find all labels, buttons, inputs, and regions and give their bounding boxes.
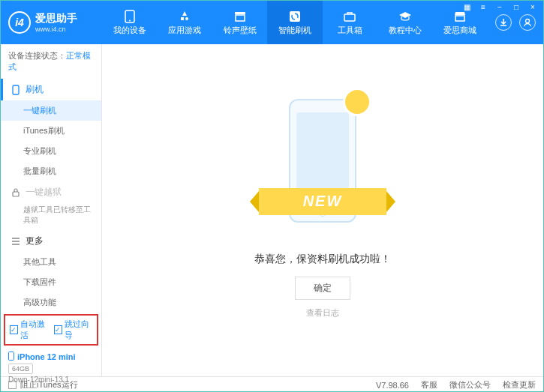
nav-label: 智能刷机 [278,25,311,36]
sidebar-section-more[interactable]: 更多 [1,230,101,252]
sidebar-item-firmware[interactable]: 下载固件 [1,272,101,292]
user-button[interactable] [519,14,536,31]
svg-rect-9 [13,192,19,196]
connection-status: 设备连接状态：正常模式 [1,44,101,79]
phone-small-icon [11,85,21,95]
menu-icon[interactable]: ▦ [460,1,473,12]
nav-label: 应用游戏 [168,25,201,36]
phone-illustration: NEW [274,88,371,238]
sidebar-item-other[interactable]: 其他工具 [1,252,101,272]
jailbreak-note: 越狱工具已转移至工具箱 [1,203,101,230]
wechat-link[interactable]: 微信公众号 [449,379,491,391]
section-title: 更多 [26,235,44,247]
new-ribbon: NEW [259,188,386,215]
sidebar-item-batch[interactable]: 批量刷机 [1,161,101,181]
graduation-icon [398,10,412,23]
checkbox-skip-guide[interactable]: ✓跳过向导 [54,319,92,341]
svg-rect-8 [13,85,19,94]
section-title: 刷机 [26,83,44,96]
svg-point-1 [129,19,131,21]
phone-icon [123,10,137,23]
minimize-icon[interactable]: − [493,1,506,12]
refresh-icon [288,10,302,23]
nav-my-device[interactable]: 我的设备 [102,1,157,44]
sidebar-item-pro[interactable]: 专业刷机 [1,141,101,161]
nav-label: 工具箱 [338,25,362,36]
section-title: 一键越狱 [26,186,62,199]
nav-label: 教程中心 [389,25,422,36]
menu2-icon[interactable]: ≡ [476,1,490,12]
sidebar-item-advanced[interactable]: 高级功能 [1,292,101,313]
sidebar-section-flash[interactable]: 刷机 [1,79,101,100]
nav-label: 我的设备 [113,25,146,36]
archive-icon [233,10,247,23]
nav-ringtones[interactable]: 铃声壁纸 [212,1,267,44]
checkbox-auto-activate[interactable]: ✓自动激活 [10,319,48,341]
nav-toolbox[interactable]: 工具箱 [323,1,377,44]
lock-icon [11,187,21,198]
status-label: 设备连接状态： [8,51,66,60]
device-name-label: iPhone 12 mini [17,352,76,361]
nav-tutorial[interactable]: 教程中心 [377,1,432,44]
nav-flash[interactable]: 智能刷机 [267,1,322,44]
nav-label: 爱思商城 [443,25,476,36]
logo[interactable]: i4 爱思助手 www.i4.cn [1,1,102,44]
svg-rect-4 [290,11,300,22]
nav-label: 铃声壁纸 [224,25,257,36]
download-button[interactable] [495,14,512,31]
checkbox-block-itunes[interactable]: 阻止iTunes运行 [8,379,78,391]
svg-rect-3 [236,15,245,21]
sidebar-item-itunes[interactable]: iTunes刷机 [1,121,101,141]
svg-rect-2 [235,12,245,14]
toolbox-icon [343,10,356,23]
badge-icon [343,88,371,116]
checkbox-highlight: ✓自动激活 ✓跳过向导 [4,314,98,346]
close-icon[interactable]: × [526,1,539,12]
apps-icon [178,10,191,23]
update-link[interactable]: 检查更新 [503,379,536,391]
svg-rect-5 [344,14,355,21]
success-message: 恭喜您，保资料刷机成功啦！ [254,253,391,266]
main-content: NEW 恭喜您，保资料刷机成功啦！ 确定 查看日志 [102,44,543,376]
app-title: 爱思助手 [35,12,77,25]
logo-icon: i4 [8,11,31,34]
more-icon [11,236,21,247]
sidebar-item-oneclick[interactable]: 一键刷机 [1,100,101,121]
confirm-button[interactable]: 确定 [295,277,350,300]
nav-apps[interactable]: 应用游戏 [157,1,212,44]
device-phone-icon [8,352,14,362]
svg-rect-10 [9,352,14,361]
svg-rect-6 [455,16,464,21]
service-link[interactable]: 客服 [421,379,437,391]
app-url: www.i4.cn [35,25,77,33]
maximize-icon[interactable]: □ [509,1,523,12]
svg-point-7 [526,19,530,23]
version-label: V7.98.66 [376,381,409,390]
storage-badge: 64GB [8,364,33,374]
sidebar-section-jailbreak[interactable]: 一键越狱 [1,181,101,203]
main-nav: 我的设备 应用游戏 铃声壁纸 智能刷机 工具箱 教程中心 [102,1,488,44]
sidebar: 设备连接状态：正常模式 刷机 一键刷机 iTunes刷机 专业刷机 批量刷机 一… [1,44,102,376]
view-log-link[interactable]: 查看日志 [306,307,339,319]
